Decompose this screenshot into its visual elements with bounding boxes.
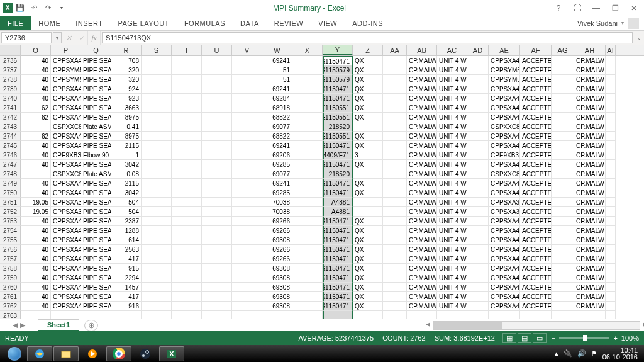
cell[interactable]: CSPXXC81 (51, 122, 81, 132)
cell[interactable] (142, 292, 172, 302)
cell[interactable]: CPPSXA4R (51, 188, 81, 198)
cell[interactable] (202, 235, 232, 245)
cell[interactable] (142, 302, 172, 311)
cell[interactable]: CP.MALW (574, 84, 606, 94)
row-header[interactable]: 2755 (0, 235, 21, 245)
cell[interactable]: ACCEPTED (520, 273, 552, 283)
cell[interactable] (606, 150, 616, 160)
cell[interactable] (467, 56, 489, 65)
cell[interactable] (383, 113, 407, 122)
cell[interactable]: 2115 (111, 141, 142, 150)
cell[interactable]: CPPSXA4R (489, 283, 520, 292)
cell[interactable]: PIPE SEAM (81, 103, 111, 113)
tab-formulas[interactable]: FORMULAS (177, 16, 233, 30)
column-header-W[interactable]: W (262, 45, 292, 55)
cell[interactable]: CP.MALW (574, 65, 606, 75)
cell[interactable]: CPPSXA4R (51, 113, 81, 122)
cell[interactable]: UNIT 4 WDC (437, 198, 467, 207)
cell[interactable]: CP.MALWA (407, 245, 437, 254)
cell[interactable] (142, 283, 172, 292)
cell[interactable]: PIPE SEAM (81, 245, 111, 254)
cell[interactable] (202, 292, 232, 302)
row-header[interactable]: 2751 (0, 198, 21, 207)
cell[interactable]: PIPE SEAM (81, 283, 111, 292)
cell[interactable] (552, 254, 574, 264)
user-avatar[interactable] (628, 18, 639, 29)
cell[interactable] (232, 169, 262, 179)
cell[interactable] (292, 132, 323, 141)
cell[interactable]: CP.MALWA (407, 198, 437, 207)
cell[interactable]: 62 (21, 113, 51, 122)
cell[interactable]: 19.05 (21, 207, 51, 217)
cell[interactable] (142, 160, 172, 169)
cell[interactable] (606, 75, 616, 84)
cell[interactable]: PIPE SEAM (81, 254, 111, 264)
cell[interactable]: 70038 (262, 198, 292, 207)
row-header[interactable]: 2750 (0, 188, 21, 198)
cell[interactable]: CP.MALWA (407, 169, 437, 179)
cell[interactable] (292, 264, 323, 273)
cell[interactable]: ACCEPTED (520, 75, 552, 84)
cell[interactable] (172, 207, 202, 217)
cell[interactable] (552, 113, 574, 122)
cell[interactable] (552, 56, 574, 65)
cell[interactable]: Elbow 90 (81, 150, 111, 160)
cell[interactable] (292, 56, 323, 65)
help-icon[interactable]: ? (551, 2, 566, 14)
column-header-P[interactable]: P (51, 45, 81, 55)
cell[interactable] (202, 254, 232, 264)
cell[interactable]: 40 (21, 235, 51, 245)
cell[interactable] (142, 75, 172, 84)
cell[interactable] (606, 122, 616, 132)
cell[interactable] (292, 84, 323, 94)
cell[interactable]: 218520 (323, 122, 353, 132)
cell[interactable]: ACCEPTED (520, 226, 552, 235)
cell[interactable]: ACCEPTED (520, 150, 552, 160)
cell[interactable] (292, 245, 323, 254)
cell[interactable]: 69266 (262, 254, 292, 264)
cell[interactable]: CSPXXC81 (489, 122, 520, 132)
cell[interactable]: CP.MALW (574, 273, 606, 283)
cell[interactable] (552, 264, 574, 273)
column-header-Y[interactable]: Y (323, 45, 353, 55)
cell[interactable]: CPPSXA4R (489, 217, 520, 226)
cell[interactable]: CPPSXA4R (489, 302, 520, 311)
worksheet-grid[interactable]: 273640CPPSXA4RPIPE SEAM70869241S1150471Q… (0, 56, 644, 319)
cell[interactable] (292, 113, 323, 122)
cell[interactable]: CP.MALWA (407, 141, 437, 150)
undo-icon[interactable]: ↶ (28, 2, 40, 14)
cell[interactable]: S1150471 (323, 226, 353, 235)
cell[interactable] (552, 75, 574, 84)
cell[interactable]: 1 (111, 150, 142, 160)
cell[interactable] (292, 141, 323, 150)
cell[interactable]: CPPSXA4R (489, 132, 520, 141)
taskbar-ie-icon[interactable] (27, 346, 52, 361)
cell[interactable] (383, 217, 407, 226)
cell[interactable]: CPE9XB3R (51, 150, 81, 160)
cell[interactable] (552, 207, 574, 217)
ribbon-display-icon[interactable]: ⛶ (570, 2, 585, 14)
cell[interactable] (172, 179, 202, 188)
cell[interactable]: ACCEPTED (520, 84, 552, 94)
cell[interactable]: E1150551 (323, 103, 353, 113)
cell[interactable] (232, 292, 262, 302)
cell[interactable]: ACCEPTED (520, 264, 552, 273)
cell[interactable]: CPPSXA4R (489, 141, 520, 150)
cell[interactable]: CPPSXA3C (51, 198, 81, 207)
cell[interactable] (172, 169, 202, 179)
cell[interactable] (142, 94, 172, 103)
cell[interactable]: CP.MALWA (407, 75, 437, 84)
cell[interactable] (21, 169, 51, 179)
cell[interactable]: UNIT 4 WDC (437, 141, 467, 150)
restore-button[interactable]: ❐ (608, 2, 623, 14)
cell[interactable] (202, 103, 232, 113)
tab-review[interactable]: REVIEW (267, 16, 311, 30)
cell[interactable]: 69077 (262, 169, 292, 179)
cell[interactable] (142, 311, 172, 319)
start-button[interactable] (3, 345, 26, 362)
cell[interactable] (467, 254, 489, 264)
cell[interactable] (383, 188, 407, 198)
cell[interactable]: 40 (21, 94, 51, 103)
cell[interactable] (552, 283, 574, 292)
cell[interactable]: ACCEPTED (520, 132, 552, 141)
